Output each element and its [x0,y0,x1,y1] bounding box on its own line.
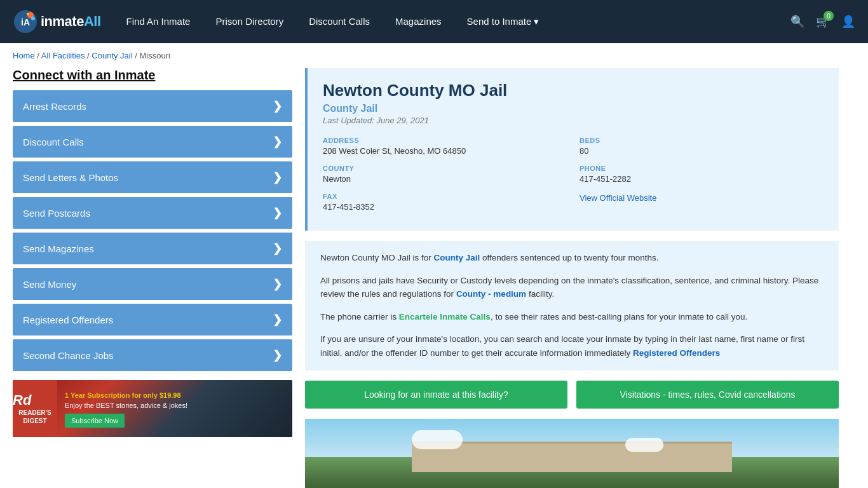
ad-abbr: Rd [13,392,57,409]
arrow-icon: ❯ [273,170,282,184]
breadcrumb-county-jail[interactable]: County Jail [92,51,132,60]
sidebar-item-discount-calls[interactable]: Discount Calls ❯ [13,126,292,158]
cart-badge: 0 [824,11,834,21]
facility-name: Newton County MO Jail [323,81,824,100]
sidebar-title: Connect with an Inmate [13,68,292,83]
description-block: Newton County MO Jail is for County Jail… [305,241,839,370]
nav-links: Find An Inmate Prison Directory Discount… [126,16,778,27]
detail-fax: FAX 417-451-8352 [323,193,567,212]
county-jail-link-1[interactable]: County Jail [434,253,480,262]
site-logo[interactable]: iA inmateAll [13,9,101,34]
sidebar-item-send-letters[interactable]: Send Letters & Photos ❯ [13,161,292,193]
nav-icons: 🔍 🛒 0 👤 [790,15,855,29]
detail-beds: BEDS 80 [580,137,824,156]
ad-subscribe-button[interactable]: Subscribe Now [65,414,125,428]
arrow-icon: ❯ [273,135,282,149]
ad-brand: READER'S DIGEST [13,409,57,425]
sidebar: Connect with an Inmate Arrest Records ❯ … [13,68,292,488]
facility-updated: Last Updated: June 29, 2021 [323,116,824,125]
search-button[interactable]: 🔍 [790,15,804,29]
detail-website: View Official Website [580,193,824,212]
sidebar-item-arrest-records[interactable]: Arrest Records ❯ [13,90,292,122]
svg-point-3 [31,17,35,20]
user-button[interactable]: 👤 [841,15,855,29]
desc-p4: If you are unsure of your inmate's locat… [320,332,824,360]
sidebar-item-second-chance-jobs[interactable]: Second Chance Jobs ❯ [13,339,292,371]
cloud-2 [625,438,663,452]
looking-for-inmate-button[interactable]: Looking for an inmate at this facility? [305,381,567,409]
nav-magazines[interactable]: Magazines [395,16,442,27]
main-nav: iA inmateAll Find An Inmate Prison Direc… [0,0,868,43]
ad-line2: Enjoy the BEST stories, advice & jokes! [65,402,187,409]
facility-card: Newton County MO Jail County Jail Last U… [305,68,839,231]
desc-p2: All prisons and jails have Security or C… [320,274,824,301]
cart-button[interactable]: 🛒 0 [816,15,830,29]
sidebar-item-send-postcards[interactable]: Send Postcards ❯ [13,197,292,229]
sidebar-item-send-money[interactable]: Send Money ❯ [13,268,292,300]
encartele-link[interactable]: Encartele Inmate Calls [399,312,491,322]
cloud-1 [412,430,463,449]
desc-p1: Newton County MO Jail is for County Jail… [320,251,824,265]
ad-logo: Rd READER'S DIGEST [13,380,57,437]
breadcrumb-home[interactable]: Home [13,51,35,60]
logo-icon: iA [13,9,38,34]
arrow-icon: ❯ [273,206,282,220]
ad-banner[interactable]: Rd READER'S DIGEST 1 Year Subscription f… [13,380,292,437]
arrow-icon: ❯ [273,241,282,255]
facility-image [305,419,839,488]
main-layout: Connect with an Inmate Arrest Records ❯ … [0,68,851,488]
sidebar-item-send-magazines[interactable]: Send Magazines ❯ [13,233,292,264]
breadcrumb-state: Missouri [139,51,170,60]
desc-p3: The phone carrier is Encartele Inmate Ca… [320,310,824,324]
detail-county: COUNTY Newton [323,165,567,184]
arrow-icon: ❯ [273,277,282,291]
logo-text: inmateAll [41,13,101,30]
svg-text:iA: iA [21,17,30,27]
arrow-icon: ❯ [273,348,282,362]
detail-phone: PHONE 417-451-2282 [580,165,824,184]
arrow-icon: ❯ [273,313,282,327]
registered-offenders-link[interactable]: Registered Offenders [633,348,720,358]
nav-find-inmate[interactable]: Find An Inmate [126,16,191,27]
ad-content: 1 Year Subscription for only $19.98 Enjo… [57,385,292,433]
breadcrumb-all-facilities[interactable]: All Facilities [41,51,85,60]
sidebar-item-registered-offenders[interactable]: Registered Offenders ❯ [13,304,292,336]
facility-type: County Jail [323,103,824,114]
arrow-icon: ❯ [273,99,282,113]
visitations-button[interactable]: Visitations - times, rules, Covid cancel… [576,381,839,409]
sidebar-items: Arrest Records ❯ Discount Calls ❯ Send L… [13,90,292,371]
detail-address: ADDRESS 208 West Coler St, Neosho, MO 64… [323,137,567,156]
ad-line1: 1 Year Subscription for only $19.98 [65,391,181,399]
breadcrumb: Home / All Facilities / County Jail / Mi… [0,43,868,68]
official-website-link[interactable]: View Official Website [580,193,656,203]
county-medium-link[interactable]: County - medium [456,289,526,299]
nav-discount-calls[interactable]: Discount Calls [309,16,370,27]
action-buttons: Looking for an inmate at this facility? … [305,381,839,409]
nav-send-to-inmate[interactable]: Send to Inmate ▾ [467,16,539,27]
nav-prison-directory[interactable]: Prison Directory [215,16,283,27]
facility-details: ADDRESS 208 West Coler St, Neosho, MO 64… [323,137,824,212]
svg-point-4 [27,13,29,15]
main-content: Newton County MO Jail County Jail Last U… [305,68,839,488]
